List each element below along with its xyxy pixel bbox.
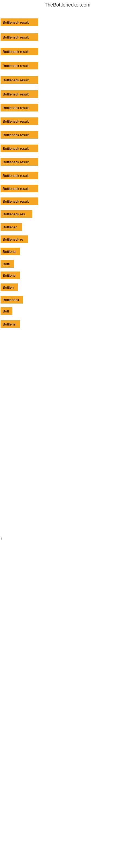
bottleneck-item-6: Bottleneck result (1, 90, 38, 98)
bottleneck-item-13: Bottleneck result (1, 185, 38, 192)
bottleneck-item-10: Bottleneck result (1, 145, 38, 152)
bottleneck-item-3: Bottleneck result (1, 48, 38, 55)
bottleneck-item-16: Bottlenec (1, 223, 22, 231)
bottleneck-item-17: Bottleneck re (1, 236, 28, 243)
bottleneck-item-14: Bottleneck result (1, 197, 38, 205)
bottleneck-item-7: Bottleneck result (1, 104, 38, 112)
bottleneck-item-11: Bottleneck result (1, 158, 38, 166)
bottleneck-item-15: Bottleneck res (1, 210, 32, 218)
bottleneck-item-8: Bottleneck result (1, 118, 38, 125)
bottleneck-item-12: Bottleneck result (1, 172, 38, 179)
small-label: 0% (1, 537, 2, 540)
bottleneck-item-22: Bottleneck (1, 296, 23, 304)
bottleneck-item-24: Bottlene (1, 320, 20, 328)
bottleneck-item-20: Bottlene (1, 272, 20, 279)
bottleneck-item-18: Bottlene (1, 248, 20, 255)
bottleneck-item-19: Bottl (1, 260, 14, 268)
bottleneck-item-2: Bottleneck result (1, 33, 38, 41)
bottleneck-chart: Bottleneck resultBottleneck resultBottle… (0, 9, 135, 868)
site-title: TheBottlenecker.com (0, 0, 135, 9)
bottleneck-item-1: Bottleneck result (1, 19, 38, 26)
page-wrapper: TheBottlenecker.com Bottleneck resultBot… (0, 0, 135, 868)
bottleneck-item-9: Bottleneck result (1, 131, 38, 138)
bottleneck-item-23: Bott (1, 307, 12, 315)
bottleneck-item-5: Bottleneck result (1, 76, 38, 84)
bottleneck-item-4: Bottleneck result (1, 62, 38, 69)
bottleneck-item-21: Bottlen (1, 283, 18, 291)
